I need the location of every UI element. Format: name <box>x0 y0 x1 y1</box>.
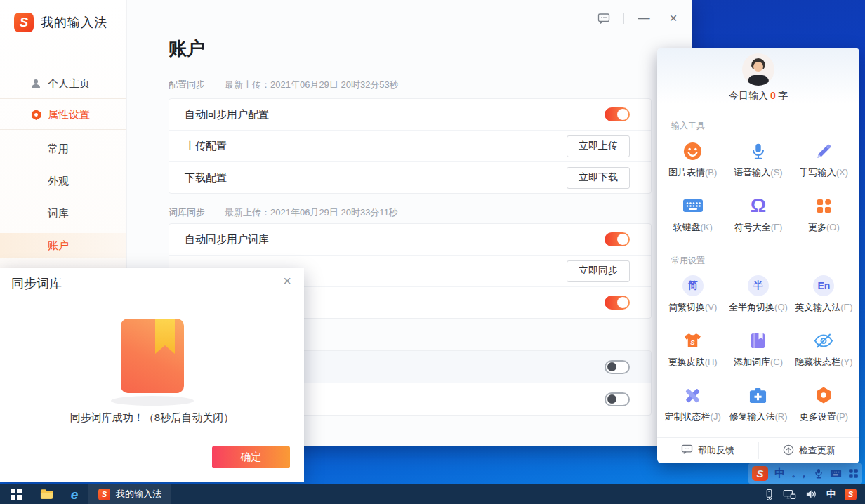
internet-explorer-button[interactable]: e <box>60 484 88 504</box>
tool-label: 手写输入 <box>800 167 836 178</box>
sidebar-item-settings[interactable]: 属性设置 <box>0 102 126 126</box>
setting-toggle-off[interactable] <box>605 360 630 374</box>
setting-more-settings[interactable]: 更多设置(P) <box>791 379 857 434</box>
sidebar-item-account[interactable]: 账户 <box>0 233 126 258</box>
setting-customize-statusbar[interactable]: 定制状态栏(J) <box>660 379 725 434</box>
close-button[interactable]: × <box>663 10 683 27</box>
help-feedback-label: 帮助反馈 <box>698 444 734 457</box>
pencil-icon <box>814 140 833 161</box>
setting-hide-statusbar[interactable]: 隐藏状态栏(Y) <box>791 324 857 379</box>
tool-hotkey: (F) <box>771 222 783 232</box>
config-sync-card: 自动同步用户配置 上传配置 立即上传 下载配置 立即下载 <box>169 98 652 194</box>
sogou-logo-icon[interactable]: S <box>752 466 768 481</box>
setting-hotkey: (R) <box>774 411 787 422</box>
usb-device-icon[interactable] <box>765 489 774 500</box>
setting-repair-ime[interactable]: 修复输入法(R) <box>725 379 791 434</box>
file-explorer-button[interactable] <box>32 484 60 504</box>
sync-toggle[interactable] <box>605 296 630 310</box>
setting-hotkey: (E) <box>840 302 852 312</box>
download-now-button[interactable]: 立即下载 <box>567 167 630 189</box>
today-unit: 字 <box>778 90 788 101</box>
tool-handwriting[interactable]: 手写输入(X) <box>791 135 857 190</box>
setting-row: 自动同步用户配置 <box>169 99 651 130</box>
help-feedback-button[interactable]: 帮助反馈 <box>657 438 758 463</box>
setting-add-dictionary[interactable]: 添加词库(C) <box>725 324 791 379</box>
avatar-face <box>753 62 763 72</box>
avatar-shirt <box>748 75 769 86</box>
common-settings-grid: 简 简繁切换(V) 半 全半角切换(Q) En 英文输入法(E) S 更换皮肤(… <box>660 270 857 434</box>
minimize-button[interactable]: — <box>634 10 654 27</box>
taskbar: e S 我的输入法 中 S <box>0 484 865 504</box>
microphone-icon <box>749 140 767 161</box>
input-tools-label: 输入工具 <box>671 120 705 132</box>
last-upload-time: 最新上传：2021年06月29日 20时33分11秒 <box>225 206 398 219</box>
tool-hotkey: (B) <box>705 167 717 178</box>
toolbox-grid-icon[interactable] <box>848 468 859 479</box>
setting-toggle-off[interactable] <box>605 392 630 406</box>
upload-now-button[interactable]: 立即上传 <box>567 135 630 157</box>
auto-sync-config-toggle[interactable] <box>605 107 630 121</box>
sync-now-button[interactable]: 立即同步 <box>567 260 630 282</box>
setting-full-half-width[interactable]: 半 全半角切换(Q) <box>725 270 791 324</box>
soft-keyboard-icon[interactable] <box>830 469 842 478</box>
tool-more[interactable]: 更多(O) <box>791 190 857 244</box>
ok-button[interactable]: 确定 <box>212 446 290 468</box>
update-arrow-icon <box>783 444 794 458</box>
tool-label: 图片表情 <box>668 167 705 178</box>
speaker-icon[interactable] <box>805 489 817 499</box>
sogou-tray-icon[interactable]: S <box>845 489 857 500</box>
check-update-label: 检查更新 <box>799 444 836 457</box>
sogou-logo-icon: S <box>98 489 110 500</box>
section-name: 词库同步 <box>169 206 205 219</box>
mic-icon[interactable] <box>814 467 824 479</box>
common-settings-label: 常用设置 <box>671 255 705 267</box>
app-grid-icon <box>815 195 833 216</box>
setting-change-skin[interactable]: S 更换皮肤(H) <box>660 324 725 379</box>
setting-row: 上传配置 立即上传 <box>169 130 651 161</box>
avatar[interactable] <box>742 53 774 86</box>
taskbar-app-ime[interactable]: S 我的输入法 <box>88 484 171 504</box>
sidebar-item-home[interactable]: 个人主页 <box>0 72 126 95</box>
sidebar-item-dictionary[interactable]: 词库 <box>0 201 126 225</box>
sidebar-item-label: 外观 <box>48 175 69 188</box>
ban-badge-icon: 半 <box>748 275 769 296</box>
eye-off-icon <box>814 330 833 351</box>
tool-hotkey: (S) <box>770 167 782 178</box>
punctuation-icon[interactable]: 。， <box>791 467 807 480</box>
auto-sync-dict-toggle[interactable] <box>605 232 630 246</box>
bookmark-ribbon <box>155 319 175 354</box>
setting-hotkey: (Q) <box>774 302 788 312</box>
sync-dict-dialog: 同步词库 × 同步词库成功！（8秒后自动关闭） 确定 <box>0 268 304 482</box>
dictionary-book-icon <box>121 319 184 393</box>
app-logo-icon: S <box>14 13 34 32</box>
check-update-button[interactable]: 检查更新 <box>759 438 860 463</box>
sidebar-item-common[interactable]: 常用 <box>0 137 126 161</box>
sidebar-item-appearance[interactable]: 外观 <box>0 169 126 193</box>
dialog-close-icon[interactable]: × <box>279 272 296 289</box>
tool-voice-input[interactable]: 语音输入(S) <box>725 135 791 190</box>
tool-label: 软键盘 <box>673 222 700 232</box>
today-input-count: 今日输入0字 <box>657 90 859 102</box>
tool-symbols[interactable]: Ω 符号大全(F) <box>725 190 791 244</box>
book-shadow <box>111 396 194 406</box>
tool-soft-keyboard[interactable]: 软键盘(K) <box>660 190 725 244</box>
feedback-icon[interactable] <box>594 10 614 27</box>
setting-label: 下载配置 <box>185 171 567 185</box>
setting-hotkey: (C) <box>770 357 783 367</box>
setting-hotkey: (J) <box>711 411 721 422</box>
network-display-icon[interactable] <box>783 489 796 500</box>
setting-label: 自动同步用户配置 <box>185 108 605 121</box>
first-aid-kit-icon <box>748 385 767 406</box>
ime-mode-indicator[interactable]: 中 <box>826 488 836 500</box>
setting-row: 自动同步用户词库 <box>169 224 651 255</box>
setting-english-input[interactable]: En 英文输入法(E) <box>791 270 857 324</box>
tool-emoji-pictures[interactable]: 图片表情(B) <box>660 135 725 190</box>
input-tools-grid: 图片表情(B) 语音输入(S) 手写输入(X) 软键盘(K) Ω 符号大全(F) <box>660 135 857 244</box>
window-controls: — × <box>594 10 683 27</box>
chinese-mode-icon[interactable]: 中 <box>774 467 785 480</box>
start-button[interactable] <box>0 484 32 504</box>
setting-simplified-traditional[interactable]: 简 简繁切换(V) <box>660 270 725 324</box>
sidebar-divider <box>0 129 126 130</box>
folder-icon <box>40 489 53 500</box>
setting-label: 添加词库 <box>734 357 770 367</box>
